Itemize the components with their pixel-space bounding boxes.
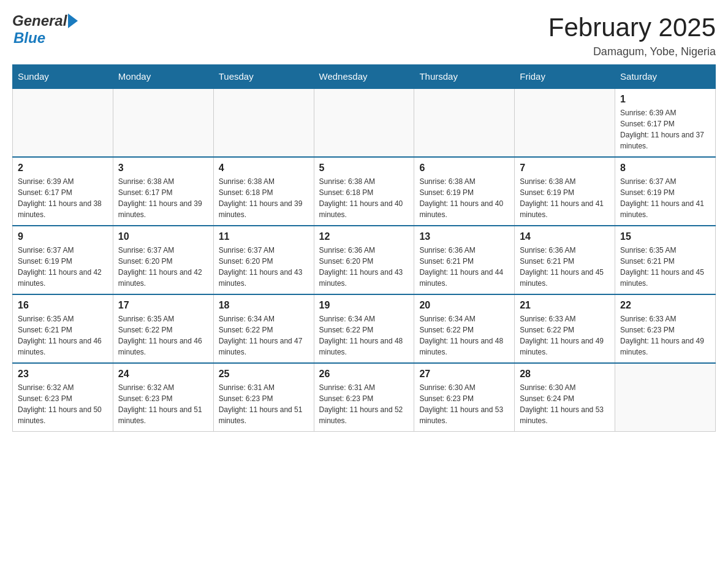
day-7: 7 Sunrise: 6:38 AM Sunset: 6:19 PM Dayli… [515,157,615,226]
calendar-table: Sunday Monday Tuesday Wednesday Thursday… [12,64,716,432]
empty-cell [13,88,113,157]
weekday-header-row: Sunday Monday Tuesday Wednesday Thursday… [13,65,716,89]
empty-cell [515,88,615,157]
empty-cell [414,88,515,157]
empty-cell [113,88,213,157]
logo-general-text: General [12,12,67,29]
day-12: 12 Sunrise: 6:36 AM Sunset: 6:20 PM Dayl… [314,226,414,294]
header-friday: Friday [515,65,615,89]
table-row: 2 Sunrise: 6:39 AM Sunset: 6:17 PM Dayli… [13,157,716,226]
day-18: 18 Sunrise: 6:34 AM Sunset: 6:22 PM Dayl… [213,294,314,363]
day-15: 15 Sunrise: 6:35 AM Sunset: 6:21 PM Dayl… [615,226,716,294]
table-row: 16 Sunrise: 6:35 AM Sunset: 6:21 PM Dayl… [13,294,716,363]
day-5: 5 Sunrise: 6:38 AM Sunset: 6:18 PM Dayli… [314,157,414,226]
day-28: 28 Sunrise: 6:30 AM Sunset: 6:24 PM Dayl… [515,363,615,432]
day-10: 10 Sunrise: 6:37 AM Sunset: 6:20 PM Dayl… [113,226,213,294]
day-24: 24 Sunrise: 6:32 AM Sunset: 6:23 PM Dayl… [113,363,213,432]
day-22: 22 Sunrise: 6:33 AM Sunset: 6:23 PM Dayl… [615,294,716,363]
empty-cell [314,88,414,157]
day-1: 1 Sunrise: 6:39 AM Sunset: 6:17 PM Dayli… [615,88,716,157]
header-tuesday: Tuesday [213,65,314,89]
day-19: 19 Sunrise: 6:34 AM Sunset: 6:22 PM Dayl… [314,294,414,363]
day-6: 6 Sunrise: 6:38 AM Sunset: 6:19 PM Dayli… [414,157,515,226]
header-thursday: Thursday [414,65,515,89]
day-26: 26 Sunrise: 6:31 AM Sunset: 6:23 PM Dayl… [314,363,414,432]
day-2: 2 Sunrise: 6:39 AM Sunset: 6:17 PM Dayli… [13,157,113,226]
logo-arrow-icon [68,13,78,28]
header-monday: Monday [113,65,213,89]
day-4: 4 Sunrise: 6:38 AM Sunset: 6:18 PM Dayli… [213,157,314,226]
logo: General Blue [12,12,78,47]
day-25: 25 Sunrise: 6:31 AM Sunset: 6:23 PM Dayl… [213,363,314,432]
day-9: 9 Sunrise: 6:37 AM Sunset: 6:19 PM Dayli… [13,226,113,294]
day-3: 3 Sunrise: 6:38 AM Sunset: 6:17 PM Dayli… [113,157,213,226]
day-8: 8 Sunrise: 6:37 AM Sunset: 6:19 PM Dayli… [615,157,716,226]
header-wednesday: Wednesday [314,65,414,89]
table-row: 1 Sunrise: 6:39 AM Sunset: 6:17 PM Dayli… [13,88,716,157]
day-16: 16 Sunrise: 6:35 AM Sunset: 6:21 PM Dayl… [13,294,113,363]
day-11: 11 Sunrise: 6:37 AM Sunset: 6:20 PM Dayl… [213,226,314,294]
location-text: Damagum, Yobe, Nigeria [548,45,716,58]
empty-cell [615,363,716,432]
day-20: 20 Sunrise: 6:34 AM Sunset: 6:22 PM Dayl… [414,294,515,363]
header-sunday: Sunday [13,65,113,89]
empty-cell [213,88,314,157]
month-title: February 2025 [548,12,716,43]
day-13: 13 Sunrise: 6:36 AM Sunset: 6:21 PM Dayl… [414,226,515,294]
day-23: 23 Sunrise: 6:32 AM Sunset: 6:23 PM Dayl… [13,363,113,432]
day-17: 17 Sunrise: 6:35 AM Sunset: 6:22 PM Dayl… [113,294,213,363]
header-saturday: Saturday [615,65,716,89]
page-header: General Blue February 2025 Damagum, Yobe… [12,12,716,58]
day-27: 27 Sunrise: 6:30 AM Sunset: 6:23 PM Dayl… [414,363,515,432]
table-row: 23 Sunrise: 6:32 AM Sunset: 6:23 PM Dayl… [13,363,716,432]
logo-blue-text: Blue [13,29,45,46]
day-14: 14 Sunrise: 6:36 AM Sunset: 6:21 PM Dayl… [515,226,615,294]
title-section: February 2025 Damagum, Yobe, Nigeria [548,12,716,58]
table-row: 9 Sunrise: 6:37 AM Sunset: 6:19 PM Dayli… [13,226,716,294]
day-21: 21 Sunrise: 6:33 AM Sunset: 6:22 PM Dayl… [515,294,615,363]
